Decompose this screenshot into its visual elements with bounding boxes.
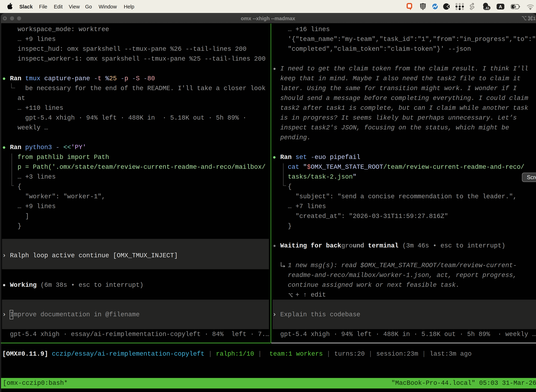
svg-text:1: 1 <box>533 16 536 21</box>
svg-text:..61: ..61 <box>484 6 489 10</box>
